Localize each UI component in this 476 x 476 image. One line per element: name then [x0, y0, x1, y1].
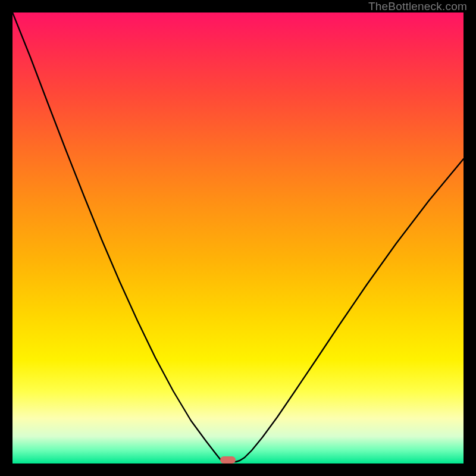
- chart-container: TheBottleneck.com: [0, 0, 476, 476]
- optimal-marker: [220, 456, 236, 464]
- curve-path: [12, 12, 464, 462]
- plot-area: [12, 12, 464, 464]
- bottleneck-curve: [12, 12, 464, 464]
- watermark-text: TheBottleneck.com: [368, 0, 467, 13]
